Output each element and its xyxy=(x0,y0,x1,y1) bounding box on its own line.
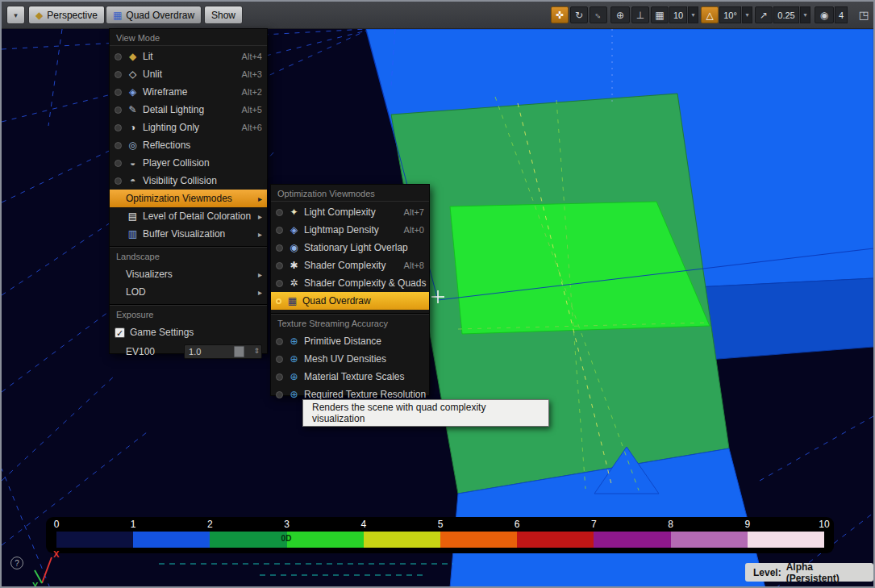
legend-tick-9: 9 xyxy=(744,519,750,530)
viewmode-item-player-collision[interactable]: ◒ Player Collision xyxy=(110,154,267,172)
menu-item-label: Buffer Visualization xyxy=(143,228,253,240)
viewmode-item-buffer-visualization[interactable]: ▥ Buffer Visualization ▸ xyxy=(110,225,267,243)
axis-x-line xyxy=(42,557,52,583)
viewport-toolbar: ▾ ◆ Perspective ▦ Quad Overdraw Show ✜ ↻… xyxy=(2,2,873,29)
menu-item-label: Optimization Viewmodes xyxy=(126,193,253,204)
stationary-light-overlap-icon: ◉ xyxy=(287,242,301,253)
tooltip-text: Renders the scene with quad complexity v… xyxy=(312,402,540,424)
camera-speed-value[interactable]: 4 xyxy=(835,6,848,23)
menu-item-label: Required Texture Resolution xyxy=(304,389,426,400)
quad-overdraw-tooltip: Renders the scene with quad complexity v… xyxy=(302,399,549,427)
perspective-button[interactable]: ◆ Perspective xyxy=(28,6,105,24)
optviz-item-quad-overdraw[interactable]: ▦ Quad Overdraw xyxy=(271,292,429,310)
menu-item-shortcut: Alt+6 xyxy=(242,123,262,132)
rotation-snap-dropdown[interactable]: ▾ xyxy=(742,6,752,23)
legend-tick-1: 1 xyxy=(131,519,136,530)
grid-snap-toggle-button[interactable]: ▦ xyxy=(651,6,669,23)
player-collision-icon: ◒ xyxy=(126,157,140,169)
perspective-label: Perspective xyxy=(47,10,98,21)
rotation-snap-value-text: 10° xyxy=(723,10,737,20)
texstream-item-material-texture-scales[interactable]: ⊕ Material Texture Scales xyxy=(271,368,429,386)
coordinate-system-button[interactable]: ⊕ xyxy=(610,6,630,23)
grid-icon: ▦ xyxy=(655,10,664,21)
exposure-header: Exposure xyxy=(110,306,267,322)
ev100-spinbox[interactable]: 1.0 ⇕ xyxy=(184,344,262,359)
legend-segment-4-5 xyxy=(364,532,440,548)
surface-snapping-button[interactable]: ⊥ xyxy=(631,6,649,23)
unlit-icon: ◇ xyxy=(126,69,140,80)
rotation-snap-value[interactable]: 10° xyxy=(719,6,741,23)
grid-snap-value[interactable]: 10 xyxy=(669,6,687,23)
menu-item-shortcut: Alt+8 xyxy=(404,261,424,270)
viewmode-item-visibility-collision[interactable]: ◓ Visibility Collision xyxy=(110,172,267,190)
optviz-item-shader-complexity[interactable]: ✱ Shader Complexity Alt+8 xyxy=(271,256,429,274)
primitive-distance-icon: ⊕ xyxy=(287,336,301,347)
game-settings-label: Game Settings xyxy=(130,327,262,338)
visibility-collision-icon: ◓ xyxy=(126,175,140,186)
legend-tick-7: 7 xyxy=(591,519,597,530)
radio-indicator-selected xyxy=(276,298,281,304)
maximize-viewport-button[interactable]: ◳ xyxy=(856,6,871,23)
legend-marker: 0D xyxy=(281,534,292,543)
caret-down-icon: ▾ xyxy=(14,11,18,19)
optviz-item-lightmap-density[interactable]: ◈ Lightmap Density Alt+0 xyxy=(271,221,429,239)
mesh-uv-densities-icon: ⊕ xyxy=(287,353,301,365)
grid-snap-dropdown[interactable]: ▾ xyxy=(688,6,698,23)
viewmode-item-reflections[interactable]: ◎ Reflections xyxy=(110,136,267,154)
optviz-item-stationary-light-overlap[interactable]: ◉ Stationary Light Overlap xyxy=(271,239,429,256)
submenu-arrow-icon: ▸ xyxy=(258,288,262,297)
ev100-label: EV100 xyxy=(126,346,155,357)
lighting-only-icon: ◑ xyxy=(126,122,140,133)
legend-tick-6: 6 xyxy=(515,519,520,530)
radio-indicator xyxy=(115,124,122,131)
viewmode-item-lit[interactable]: ◆ Lit Alt+4 xyxy=(110,48,267,65)
caret-down-icon: ▾ xyxy=(691,11,694,19)
viewmode-item-wireframe[interactable]: ◈ Wireframe Alt+2 xyxy=(110,83,267,101)
reflections-icon: ◎ xyxy=(126,140,140,151)
perspective-icon: ◆ xyxy=(35,10,43,21)
viewmode-item-detail-lighting[interactable]: ✎ Detail Lighting Alt+5 xyxy=(110,101,267,119)
legend-tick-5: 5 xyxy=(438,519,444,530)
radio-indicator xyxy=(276,227,283,234)
scale-snap-dropdown[interactable]: ▾ xyxy=(800,6,810,23)
landscape-item-visualizers[interactable]: Visualizers ▸ xyxy=(110,265,267,283)
menu-item-label: Primitive Distance xyxy=(304,336,424,347)
lod-coloration-icon: ▤ xyxy=(126,211,140,222)
texstream-item-primitive-distance[interactable]: ⊕ Primitive Distance xyxy=(271,332,429,350)
menu-item-label: Quad Overdraw xyxy=(302,295,416,307)
rotate-tool-button[interactable]: ↻ xyxy=(570,6,588,23)
scale-snap-toggle-button[interactable]: ↗ xyxy=(755,6,773,23)
legend-tick-2: 2 xyxy=(207,519,213,530)
scale-snap-icon: ↗ xyxy=(760,10,768,21)
viewmode-button[interactable]: ▦ Quad Overdraw xyxy=(106,6,202,24)
viewmode-item-unlit[interactable]: ◇ Unlit Alt+3 xyxy=(110,65,267,83)
viewmode-grid-icon: ▦ xyxy=(113,10,122,21)
viewmode-item-optimization-viewmodes[interactable]: Optimization Viewmodes ▸ xyxy=(110,190,267,207)
game-settings-row[interactable]: ✓ Game Settings xyxy=(110,323,267,341)
viewmode-item-lod-coloration[interactable]: ▤ Level of Detail Coloration ▸ xyxy=(110,207,267,225)
optimization-viewmodes-submenu: Optimization Viewmodes ✦ Light Complexit… xyxy=(270,184,430,396)
optviz-item-shader-complexity-quads[interactable]: ✲ Shader Complexity & Quads xyxy=(271,274,429,292)
surface-snap-icon: ⊥ xyxy=(636,10,644,21)
translate-tool-button[interactable]: ✜ xyxy=(551,6,569,23)
ev100-value: 1.0 xyxy=(189,347,201,357)
shader-complexity-icon: ✱ xyxy=(287,260,301,271)
texstream-item-mesh-uv-densities[interactable]: ⊕ Mesh UV Densities xyxy=(271,350,429,368)
game-settings-checkbox[interactable]: ✓ xyxy=(115,327,125,338)
optviz-item-light-complexity[interactable]: ✦ Light Complexity Alt+7 xyxy=(271,203,429,221)
legend-segment-5-6 xyxy=(440,532,517,548)
scale-snap-value[interactable]: 0.25 xyxy=(773,6,799,23)
camera-speed-button[interactable]: ◉ xyxy=(815,6,834,23)
scale-tool-button[interactable]: ⇔ xyxy=(590,6,607,23)
menu-item-label: Detail Lighting xyxy=(143,104,234,115)
radio-indicator xyxy=(115,177,122,185)
ev100-slider-handle[interactable] xyxy=(234,346,244,357)
rotation-snap-toggle-button[interactable]: △ xyxy=(701,6,719,23)
viewmode-item-lighting-only[interactable]: ◑ Lighting Only Alt+6 xyxy=(110,119,267,136)
caret-down-icon: ▾ xyxy=(745,11,748,19)
show-button[interactable]: Show xyxy=(204,6,243,24)
radio-indicator xyxy=(276,262,283,269)
viewport-options-button[interactable]: ▾ xyxy=(6,6,25,24)
landscape-item-lod[interactable]: LOD ▸ xyxy=(110,283,267,301)
submenu-arrow-icon: ▸ xyxy=(258,230,262,239)
